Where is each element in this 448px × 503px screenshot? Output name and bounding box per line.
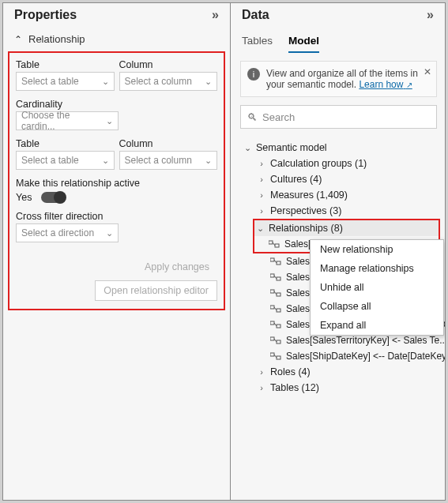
search-icon: 🔍︎ [247,111,258,123]
relationship-icon [270,352,281,360]
table-label-1: Table [16,59,115,70]
table-select-1[interactable]: Select a table ⌄ [16,72,115,91]
chevron-down-icon: ⌄ [106,116,113,126]
svg-rect-4 [277,261,280,265]
chevron-down-icon: ⌄ [205,156,212,166]
svg-rect-7 [277,277,280,280]
chevron-down-icon: ⌄ [205,77,212,87]
chevron-down-icon: ⌄ [102,156,109,166]
chevron-up-icon: ⌃ [14,34,22,45]
column-select-2[interactable]: Select a column ⌄ [119,151,218,170]
column-label-1: Column [119,59,218,70]
tree-tables[interactable]: ›Tables (12) [256,380,445,396]
app-window: Properties » ⌃ Relationship Table Select… [2,2,446,501]
svg-rect-3 [270,258,274,261]
tree-cultures[interactable]: ›Cultures (4) [256,171,445,187]
relationship-item[interactable]: Sales[ShipDateKey] <-- Date[DateKey] [256,348,445,364]
svg-rect-19 [277,340,280,343]
ctx-manage-relationships[interactable]: Manage relationships [311,259,443,278]
svg-rect-6 [270,274,274,277]
collapse-properties-icon[interactable]: » [212,8,219,22]
chevron-right-icon: › [256,383,267,392]
svg-rect-18 [270,337,274,340]
column-select-2-placeholder: Select a column [125,155,192,166]
data-tabs: Tables Model [231,27,445,53]
info-card: i View and organize all of the items in … [240,61,437,97]
cardinality-select[interactable]: Choose the cardin... ⌄ [16,111,119,130]
tree-measures[interactable]: ›Measures (1,409) [256,187,445,203]
relationships-context-menu: New relationship Manage relationships Un… [310,239,444,336]
chevron-right-icon: › [256,190,267,200]
tree-calc-groups[interactable]: ›Calculation groups (1) [256,156,445,171]
ctx-new-relationship[interactable]: New relationship [311,240,443,259]
active-label: Make this relationship active [16,178,217,189]
search-input[interactable]: 🔍︎ Search [240,105,437,129]
properties-header: Properties » [3,3,230,27]
tree-roles[interactable]: ›Roles (4) [256,364,445,380]
active-value: Yes [16,192,32,203]
table-select-2[interactable]: Select a table ⌄ [16,151,115,170]
crossfilter-placeholder: Select a direction [21,227,94,238]
table-select-2-placeholder: Select a table [21,155,79,166]
toggle-knob [54,191,66,204]
tab-model[interactable]: Model [288,32,319,53]
svg-rect-21 [270,353,274,356]
data-header: Data » [231,3,445,27]
info-icon: i [247,68,260,81]
relationship-section-label: Relationship [28,33,85,45]
crossfilter-select[interactable]: Select a direction ⌄ [16,223,119,242]
svg-rect-10 [277,293,280,296]
svg-rect-16 [277,325,280,328]
external-link-icon: ↗ [406,81,412,89]
relationship-icon [270,257,281,265]
crossfilter-label: Cross filter direction [16,211,217,222]
learn-how-link[interactable]: Learn how ↗ [359,79,412,90]
tree-root[interactable]: ⌄ Semantic model [242,140,445,156]
relationship-icon [270,305,281,313]
properties-pane: Properties » ⌃ Relationship Table Select… [3,3,231,500]
relationship-icon [270,321,281,328]
relationship-form-highlight: Table Select a table ⌄ Column Select a c… [8,51,225,310]
collapse-data-icon[interactable]: » [427,8,434,22]
tree-root-label: Semantic model [256,142,327,153]
data-title: Data [242,8,269,22]
chevron-down-icon: ⌄ [102,77,109,87]
chevron-right-icon: › [256,175,267,184]
column-label-2: Column [119,138,218,149]
tree-relationships[interactable]: ⌄ Relationships (8) [254,220,439,236]
active-toggle[interactable] [41,192,65,203]
svg-rect-22 [277,356,280,359]
search-placeholder: Search [262,111,295,123]
table-select-1-placeholder: Select a table [21,76,79,87]
svg-rect-13 [277,309,280,312]
chevron-down-icon: ⌄ [242,143,253,153]
chevron-down-icon: ⌄ [106,228,113,238]
column-select-1[interactable]: Select a column ⌄ [119,72,218,91]
relationship-icon [269,240,280,248]
chevron-right-icon: › [256,367,267,377]
svg-rect-9 [270,290,274,293]
column-select-1-placeholder: Select a column [125,76,192,87]
open-relationship-editor-button[interactable]: Open relationship editor [95,280,217,301]
relationship-section-header[interactable]: ⌃ Relationship [3,27,230,51]
info-text-container: View and organize all of the items in yo… [266,68,430,90]
table-label-2: Table [16,138,115,149]
ctx-collapse-all[interactable]: Collapse all [311,297,443,316]
ctx-unhide-all[interactable]: Unhide all [311,278,443,297]
chevron-right-icon: › [256,159,267,168]
svg-rect-12 [270,306,274,309]
relationship-icon [270,336,281,344]
apply-changes-button[interactable]: Apply changes [137,258,217,276]
ctx-expand-all[interactable]: Expand all [311,316,443,335]
relationship-icon [270,289,281,297]
tab-tables[interactable]: Tables [242,32,273,53]
svg-rect-0 [269,241,273,244]
tree-perspectives[interactable]: ›Perspectives (3) [256,203,445,219]
model-tree: ⌄ Semantic model ›Calculation groups (1)… [231,137,445,399]
chevron-right-icon: › [256,206,267,216]
cardinality-placeholder: Choose the cardin... [21,110,106,132]
properties-title: Properties [14,8,77,22]
relationship-icon [270,273,281,281]
chevron-down-icon: ⌄ [254,223,265,234]
info-close-icon[interactable]: ✕ [424,66,431,77]
